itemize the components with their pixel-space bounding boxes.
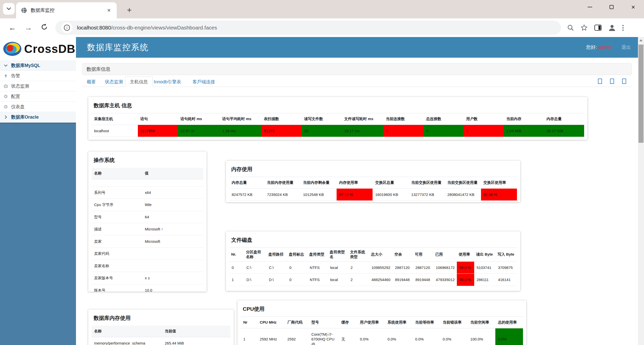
column-header: 分区盘符名称 [244,248,266,262]
side-panel-icon[interactable] [594,24,602,31]
unknown-glyph-icon[interactable] [610,79,614,84]
tab-status-monitor[interactable]: 状态监测 [100,77,128,87]
table-cell: Microsoft [142,235,203,248]
unknown-glyph-icon[interactable] [598,79,602,84]
sidebar-item-label: 告警 [11,73,20,79]
sidebar-group-mysql[interactable]: 数据库MySQL [0,60,76,71]
column-header: 盘符类型名 [328,248,348,262]
reload-button[interactable] [41,23,48,32]
sidebar-item-dashboard[interactable]: 仪表盘 [0,102,76,112]
table-row: 型号64 [92,211,203,223]
table-cell [142,179,203,186]
column-header: 当前内存 [504,113,544,125]
column-header: 当前等待率 [413,317,440,328]
disk-table: Nr.分区盘符名称盘符路径盘符标志盘符类型盘符类型名文件系统类型总大小空余可用已… [229,248,517,286]
window-close-button[interactable]: × [622,0,644,14]
table-cell: D:\ [266,274,287,286]
table-cell: 87.72 % [337,188,373,201]
forward-button[interactable]: → [25,23,32,32]
table-cell: 1 [464,125,504,137]
page: CrossDB 数据库MySQL 告警 状态监测 配置 仪表盘 [0,37,644,345]
sidebar-item-status-monitor[interactable]: 状态监测 [0,81,76,91]
zoom-icon[interactable] [567,24,574,31]
table-cell: 0.0% [385,328,413,345]
triangle-up-icon [639,39,642,41]
logout-link[interactable]: 退出 [621,44,631,51]
tab-client-connections[interactable]: 客戶端连接 [188,77,220,87]
column-header: 交换区使用率 [481,177,517,189]
browser-toolbar: ← → i localhost:8080/cross-db-engine/vie… [0,18,644,37]
column-header: 文件读写耗时 ms [342,113,383,125]
column-header: 名称 [92,168,142,179]
tab-close-button[interactable]: × [106,7,112,14]
table-cell: 2887120 [392,261,413,274]
db-memory-card: 数据库内存使用 名称当前值memory/performance_schema26… [88,309,234,345]
page-scrollbar[interactable] [638,37,644,345]
table-cell [92,179,142,186]
table-cell: 0.0% [495,328,523,345]
table-cell: 64 [142,211,203,223]
table-cell: 描述 [92,223,142,235]
browser-tab[interactable]: 数据库监控 × [16,2,117,18]
table-cell: 4 [424,125,464,137]
column-header: 缓存 [339,317,357,328]
profile-avatar-icon[interactable] [608,24,616,31]
globe-favicon-icon [21,7,27,14]
window-minimize-button[interactable] [579,0,601,14]
column-header: Nr. [229,248,244,262]
tab-host-info[interactable]: 主机信息 [125,77,153,87]
logo-text: CrossDB [24,42,75,56]
browser-menu-icon[interactable] [622,25,624,31]
table-cell: 卖家名称 [92,260,142,272]
table-cell: 5103741 [474,261,496,274]
tab-search-chevron-button[interactable] [3,3,15,15]
table-cell: 13277372 KB [409,188,445,201]
table-cell [142,260,203,272]
column-header: 当前内存使用量 [264,177,300,189]
table-cell: 无 [339,328,357,345]
table-cell: C:\ [244,261,266,274]
scrollbar-up-arrow[interactable] [638,37,644,44]
table-cell: 1 [241,328,257,345]
bookmark-star-icon[interactable] [581,24,588,31]
address-bar[interactable]: i localhost:8080/cross-db-engine/views/v… [55,21,561,35]
table-cell: 109855292 [369,261,392,274]
column-header: 盘符标志 [287,248,307,262]
tab-innodb[interactable]: Innodb引擎表 [149,77,186,87]
table-row: Cpu 字节序little [92,199,203,211]
table-cell: 286111 [474,274,496,286]
memory-table: 内存总量当前内存使用量当前内存剩余量内存使用率交换区总量当前交换区使用量当前交换… [229,177,517,201]
sidebar-item-config[interactable]: 配置 [0,91,76,102]
new-tab-button[interactable]: + [124,5,135,16]
column-header: 语句平均耗时 ms [220,113,261,125]
reload-icon [41,23,48,30]
content-tabs: 概要 状态监测 主机信息 Innodb引擎表 客戶端连接 [82,77,632,87]
window-maximize-button[interactable] [601,0,622,14]
tab-overview[interactable]: 概要 [82,77,100,87]
sidebar-item-alerts[interactable]: 告警 [0,71,76,81]
table-cell: 0 [287,261,307,274]
site-info-button[interactable]: i [61,22,72,33]
scrollbar-thumb[interactable] [638,45,643,143]
table-cell: 2808041472 KB [445,188,481,201]
table-cell: 8919448 [413,274,433,286]
table-row: 1D:\D:\0NTFSlocal24882544608919448891944… [229,274,517,286]
back-button[interactable]: ← [9,23,16,32]
host-info-card: 数据库主机 信息 采集宿主机语句语句耗时 ms语句平均耗时 ms表扫描数读写文件… [88,97,587,140]
column-header: 盘符类型 [307,248,328,262]
disk-card: 文件磁盘 Nr.分区盘符名称盘符路径盘符标志盘符类型盘符类型名文件系统类型总大小… [226,231,520,291]
table-cell: 1 [229,274,244,286]
unknown-glyph-icon[interactable] [622,79,626,84]
minimize-icon [588,7,592,7]
table-cell: 8247572 KB [229,188,264,201]
sidebar-group-oracle[interactable]: 数据库Oracle [0,112,76,122]
table-cell: D:\ [244,274,266,286]
table-row: localhost114795922.57 m1.18 ms512732819.… [92,125,584,137]
column-header: 总连接数 [424,113,464,125]
info-icon: i [64,25,70,31]
url-text: localhost:8080/cross-db-engine/views/vie… [77,25,217,31]
table-cell: 2592 MHz [257,328,285,345]
column-header: 总大小 [369,248,392,262]
username: admin [598,45,611,50]
column-header: 可用 [413,248,433,262]
